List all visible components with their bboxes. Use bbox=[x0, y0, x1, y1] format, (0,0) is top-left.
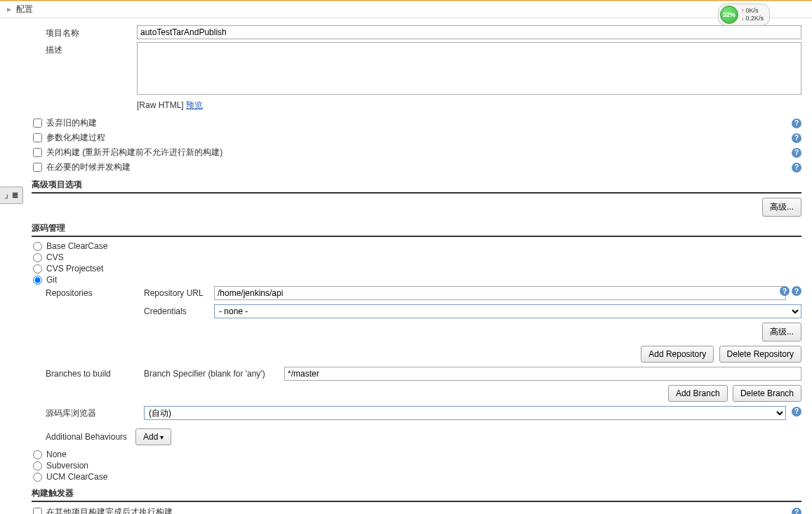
scm-ucm-clearcase-label: UCM ClearCase bbox=[46, 472, 107, 482]
scm-cvs-label: CVS bbox=[46, 252, 64, 262]
scm-cvs-projectset-radio[interactable] bbox=[33, 264, 42, 273]
breadcrumb-title: 配置 bbox=[16, 4, 33, 14]
additional-behaviours-label: Additional Behaviours bbox=[46, 432, 127, 442]
concurrent-checkbox[interactable] bbox=[33, 163, 42, 172]
parameterized-checkbox[interactable] bbox=[33, 133, 42, 142]
advanced-project-section-header: 高级项目选项 bbox=[32, 179, 801, 194]
help-icon[interactable]: ? bbox=[792, 508, 801, 514]
scm-base-clearcase-radio[interactable] bbox=[33, 242, 42, 251]
repo-browser-select[interactable]: (自动) bbox=[144, 406, 786, 420]
branches-label: Branches to build bbox=[46, 369, 144, 379]
git-advanced-button[interactable]: 高级... bbox=[762, 323, 801, 341]
scm-none-radio[interactable] bbox=[33, 450, 42, 459]
repo-url-input[interactable] bbox=[214, 286, 786, 300]
scm-cvs-projectset-label: CVS Projectset bbox=[46, 264, 103, 273]
build-after-checkbox[interactable] bbox=[33, 508, 42, 514]
triggers-section-header: 构建触发器 bbox=[32, 487, 801, 502]
scm-none-label: None bbox=[46, 449, 67, 459]
breadcrumb-arrow-icon: ▸ bbox=[7, 4, 11, 14]
help-icon[interactable]: ? bbox=[780, 286, 790, 296]
repositories-label: Repositories bbox=[46, 288, 144, 298]
network-speed-up: 0K/s bbox=[741, 7, 764, 15]
scm-subversion-radio[interactable] bbox=[33, 461, 42, 471]
project-name-label: 项目名称 bbox=[46, 25, 137, 39]
discard-old-builds-label: 丢弃旧的构建 bbox=[46, 117, 786, 129]
add-behaviour-button[interactable]: Add bbox=[135, 428, 171, 445]
discard-old-builds-checkbox[interactable] bbox=[33, 119, 42, 128]
build-after-label: 在其他项目构建完成后才执行构建 bbox=[46, 506, 786, 514]
scm-base-clearcase-label: Base ClearCase bbox=[46, 241, 107, 251]
repo-browser-label: 源码库浏览器 bbox=[46, 407, 144, 419]
scm-ucm-clearcase-radio[interactable] bbox=[33, 473, 42, 482]
delete-repository-button[interactable]: Delete Repository bbox=[719, 346, 801, 363]
raw-html-prefix: [Raw HTML] bbox=[137, 100, 184, 110]
breadcrumb: ▸ 配置 32% 0K/s 0.2K/s bbox=[0, 1, 812, 18]
help-icon[interactable]: ? bbox=[792, 407, 801, 417]
description-textarea[interactable] bbox=[137, 42, 801, 95]
scm-subversion-label: Subversion bbox=[46, 461, 88, 471]
parameterized-label: 参数化构建过程 bbox=[46, 132, 786, 144]
scm-cvs-radio[interactable] bbox=[33, 253, 42, 262]
credentials-label: Credentials bbox=[144, 306, 214, 316]
help-icon[interactable]: ? bbox=[792, 119, 801, 128]
concurrent-label: 在必要的时候并发构建 bbox=[46, 161, 786, 173]
add-branch-button[interactable]: Add Branch bbox=[668, 385, 728, 402]
help-icon[interactable]: ? bbox=[792, 133, 801, 143]
disable-build-checkbox[interactable] bbox=[33, 148, 42, 157]
project-name-input[interactable] bbox=[137, 25, 801, 39]
side-tab[interactable]: 」≣ bbox=[0, 187, 23, 204]
repo-url-label: Repository URL bbox=[144, 288, 214, 298]
advanced-button[interactable]: 高级... bbox=[762, 198, 801, 217]
delete-branch-button[interactable]: Delete Branch bbox=[733, 385, 801, 402]
scm-section-header: 源码管理 bbox=[32, 222, 801, 237]
preview-link[interactable]: 预览 bbox=[186, 100, 203, 110]
help-icon[interactable]: ? bbox=[792, 286, 801, 296]
branch-specifier-label: Branch Specifier (blank for 'any') bbox=[144, 369, 284, 379]
scm-git-radio[interactable] bbox=[33, 276, 42, 285]
disable-build-label: 关闭构建 (重新开启构建前不允许进行新的构建) bbox=[46, 147, 786, 158]
scm-git-label: Git bbox=[46, 275, 57, 285]
help-icon[interactable]: ? bbox=[792, 163, 801, 173]
description-label: 描述 bbox=[46, 42, 137, 56]
branch-specifier-input[interactable] bbox=[284, 367, 801, 381]
help-icon[interactable]: ? bbox=[792, 148, 801, 158]
credentials-select[interactable]: - none - bbox=[214, 304, 801, 318]
add-repository-button[interactable]: Add Repository bbox=[641, 346, 714, 363]
